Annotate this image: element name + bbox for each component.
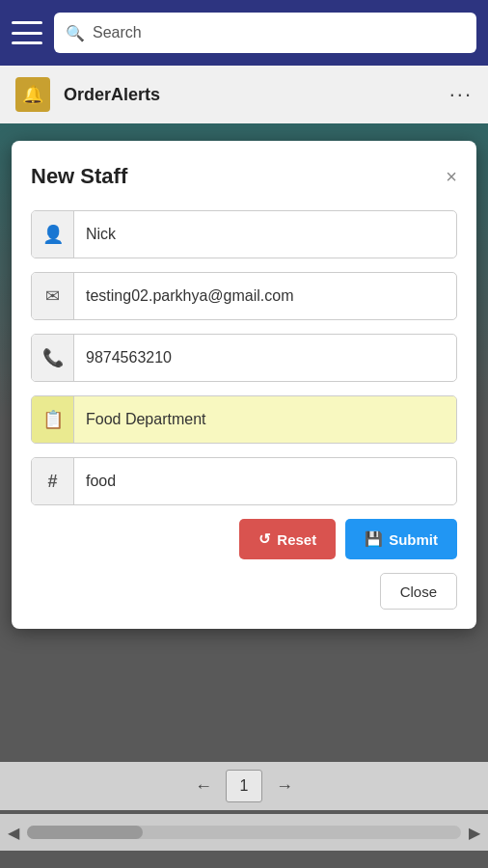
save-icon: 💾 (365, 530, 383, 548)
action-buttons: ↺ Reset 💾 Submit (31, 519, 457, 559)
phone-field-group: 📞 (31, 334, 457, 382)
app-icon: 🔔 (15, 77, 50, 112)
tag-icon: # (32, 458, 74, 504)
department-icon: 📋 (32, 396, 74, 443)
phone-input[interactable] (74, 335, 456, 381)
name-input[interactable] (74, 211, 456, 258)
name-field-group: 👤 (31, 210, 457, 258)
more-options-icon[interactable]: ··· (449, 82, 473, 107)
reset-button[interactable]: ↺ Reset (239, 519, 336, 559)
modal-close-x-button[interactable]: × (446, 167, 457, 186)
search-bar[interactable]: 🔍 Search (54, 13, 476, 53)
tag-field-group: # (31, 457, 457, 505)
person-icon: 👤 (32, 211, 74, 258)
prev-page-button[interactable]: ← (195, 776, 212, 797)
department-input[interactable] (74, 396, 456, 443)
phone-icon: 📞 (32, 335, 74, 381)
app-title: OrderAlerts (64, 85, 436, 105)
next-page-button[interactable]: → (276, 776, 293, 797)
page-background: New Staff × 👤 ✉ 📞 📋 (0, 123, 488, 868)
submit-label: Submit (389, 531, 438, 548)
scroll-left-arrow[interactable]: ◀ (8, 824, 19, 842)
new-staff-modal: New Staff × 👤 ✉ 📞 📋 (12, 141, 476, 629)
reset-label: Reset (277, 531, 316, 548)
scroll-track[interactable] (27, 826, 461, 839)
submit-button[interactable]: 💾 Submit (345, 519, 457, 559)
email-field-group: ✉ (31, 272, 457, 320)
email-icon: ✉ (32, 273, 74, 319)
search-icon: 🔍 (66, 24, 85, 42)
top-bar: 🔍 Search (0, 0, 488, 66)
page-number: 1 (226, 770, 262, 802)
close-button-row: Close (31, 573, 457, 610)
close-button[interactable]: Close (380, 573, 457, 610)
scroll-right-arrow[interactable]: ▶ (469, 824, 480, 842)
tag-input[interactable] (74, 458, 456, 504)
hamburger-menu[interactable] (12, 21, 42, 44)
pagination-bar: ← 1 → (0, 762, 488, 810)
reset-icon: ↺ (258, 530, 271, 548)
email-input[interactable] (74, 273, 456, 319)
horizontal-scrollbar: ◀ ▶ (0, 814, 488, 851)
scroll-thumb[interactable] (27, 826, 143, 839)
modal-header: New Staff × (31, 164, 457, 189)
sub-header: 🔔 OrderAlerts ··· (0, 66, 488, 123)
department-field-group: 📋 (31, 395, 457, 444)
modal-title: New Staff (31, 164, 127, 189)
search-placeholder: Search (93, 24, 142, 41)
